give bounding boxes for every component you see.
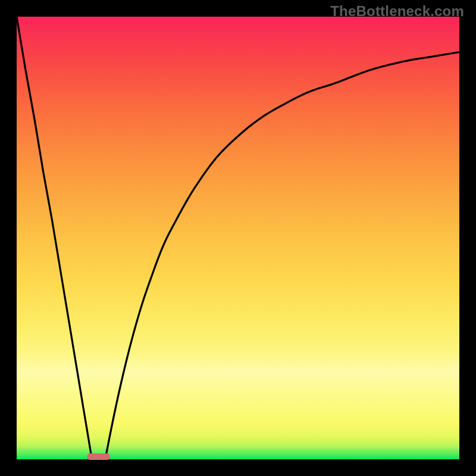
chart-frame: TheBottleneck.com — [0, 0, 476, 476]
plot-area — [17, 17, 459, 459]
chart-svg — [17, 17, 459, 459]
curve-left — [17, 17, 92, 459]
bottleneck-marker — [87, 453, 110, 460]
curve-right — [105, 52, 459, 459]
